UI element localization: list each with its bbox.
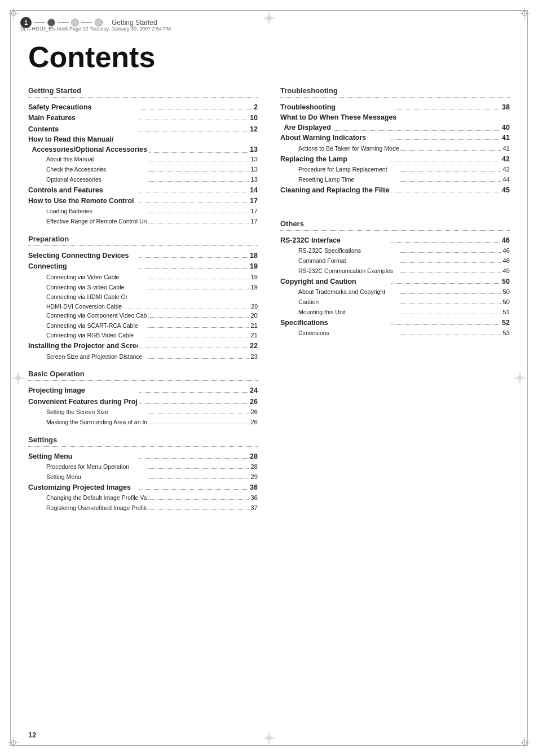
- content-area: Contents Getting Started Safety Precauti…: [28, 42, 510, 722]
- toc-entry-customizing: Customizing Projected Images 36: [28, 482, 258, 493]
- toc-entry-default-profile: Changing the Default Image Profile Value…: [28, 493, 258, 503]
- toc-entry-trademarks: About Trademarks and Copyright 50: [280, 287, 510, 297]
- toc-entry-controls: Controls and Features 14: [28, 185, 258, 196]
- page-title: Contents: [28, 42, 510, 72]
- toc-entry-replacing-lamp: Replacing the Lamp 42: [280, 154, 510, 165]
- page-number: 12: [28, 731, 36, 739]
- section-divider-basic-operation: [28, 380, 258, 381]
- toc-entry-warning-mode: Actions to Be Taken for Warning Mode 41: [280, 144, 510, 154]
- toc-entry-rs232c-examples: RS-232C Communication Examples 49: [280, 266, 510, 276]
- step-dot-3: [95, 19, 103, 27]
- toc-entry-contents: Contents 12: [28, 124, 258, 135]
- toc-entry-safety: Safety Precautions 2: [28, 102, 258, 113]
- section-header-getting-started: Getting Started: [28, 86, 258, 95]
- toc-entry-messages: What to Do When These Messages Are Displ…: [280, 113, 510, 133]
- section-header-others: Others: [280, 219, 510, 228]
- corner-br-icon: [519, 737, 530, 748]
- toc-entry-remote: How to Use the Remote Control 17: [28, 196, 258, 206]
- toc-entry-rs232c-specs: RS-232C Specifications 46: [280, 246, 510, 256]
- section-divider-preparation: [28, 245, 258, 246]
- toc-entry-video-cable: Connecting via Video Cable 19: [28, 272, 258, 283]
- step-dot-2: [71, 19, 79, 27]
- toc-entry-convenient-features: Convenient Features during Projection 26: [28, 397, 258, 407]
- right-column: Troubleshooting Troubleshooting 38 What …: [280, 83, 510, 513]
- center-left-mark: [12, 372, 24, 384]
- section-header-settings: Settings: [28, 436, 258, 444]
- center-bottom-mark: [263, 732, 275, 744]
- toc-entry-projecting: Projecting Image 24: [28, 385, 258, 396]
- toc-entry-installing: Installing the Projector and Screen 22: [28, 341, 258, 351]
- step-dot-1: [47, 19, 55, 27]
- toc-entry-how-to-read: How to Read this Manual/ Accessories/Opt…: [28, 135, 258, 155]
- step-line-2: [58, 22, 69, 23]
- toc-entry-screen-size: Screen Size and Projection Distance 23: [28, 352, 258, 362]
- toc-entry-caution: Caution 50: [280, 297, 510, 307]
- toc-entry-command-format: Command Format 46: [280, 256, 510, 266]
- toc-entry-setting-screen: Setting the Screen Size 26: [28, 407, 258, 417]
- toc-entry-setting-menu-sub: Setting Menu 29: [28, 472, 258, 482]
- section-header-preparation: Preparation: [28, 235, 258, 243]
- toc-entry-optional-acc: Optional Accessories 13: [28, 175, 258, 185]
- file-info: DLA-HD1D_EN.book Page 12 Tuesday, Januar…: [20, 26, 171, 32]
- toc-entry-scart-cable: Connecting via SCART-RCA Cable 21: [28, 321, 258, 331]
- toc-entry-warning-indicators: About Warning Indicators 41: [280, 133, 510, 143]
- toc-entry-hdmi-cable: Connecting via HDMI Cable Or HDMI-DVI Co…: [28, 292, 258, 311]
- toc-entry-connecting: Connecting 19: [28, 261, 258, 272]
- toc-entry-lamp-time: Resetting Lamp Time 44: [280, 175, 510, 185]
- toc-entry-svideo-cable: Connecting via S-video Cable 19: [28, 283, 258, 293]
- step-line: [34, 22, 45, 23]
- corner-tl-icon: [8, 8, 19, 19]
- toc-entry-about-manual: About this Manual 13: [28, 155, 258, 165]
- left-column: Getting Started Safety Precautions 2 Mai…: [28, 83, 258, 513]
- toc-entry-registering-profiles: Registering User-defined Image Profiles …: [28, 503, 258, 513]
- toc-entry-setting-menu: Setting Menu 28: [28, 451, 258, 462]
- toc-entry-masking: Masking the Surrounding Area of an Image…: [28, 417, 258, 428]
- toc-entry-rgb-cable: Connecting via RGB Video Cable 21: [28, 331, 258, 341]
- section-divider-others: [280, 230, 510, 231]
- toc-entry-dimensions: Dimensions 53: [280, 328, 510, 339]
- toc-entry-rs232c: RS-232C Interface 46: [280, 235, 510, 246]
- toc-columns: Getting Started Safety Precautions 2 Mai…: [28, 83, 510, 513]
- section-divider-troubleshooting: [280, 97, 510, 98]
- toc-entry-troubleshooting: Troubleshooting 38: [280, 102, 510, 113]
- corner-tr-icon: [519, 8, 530, 19]
- toc-entry-selecting-devices: Selecting Connecting Devices 18: [28, 250, 258, 261]
- section-header-basic-operation: Basic Operation: [28, 370, 258, 378]
- corner-bl-icon: [8, 737, 19, 748]
- toc-entry-lamp-procedure: Procedure for Lamp Replacement 42: [280, 165, 510, 175]
- toc-entry-range: Effective Range of Remote Control Unit 1…: [28, 217, 258, 227]
- toc-entry-component-cable: Connecting via Component Video Cable 20: [28, 311, 258, 321]
- toc-entry-menu-procedures: Procedures for Menu Operation 28: [28, 462, 258, 472]
- section-divider-settings: [28, 446, 258, 447]
- toc-entry-batteries: Loading Batteries 17: [28, 206, 258, 217]
- toc-entry-mounting: Mounting this Unit 51: [280, 307, 510, 318]
- toc-entry-cleaning-filter: Cleaning and Replacing the Filter 45: [280, 185, 510, 196]
- section-header-troubleshooting: Troubleshooting: [280, 86, 510, 95]
- step-line-3: [81, 22, 92, 23]
- section-divider-getting-started: [28, 97, 258, 98]
- toc-entry-copyright: Copyright and Caution 50: [280, 276, 510, 287]
- page: 1 Getting Started DLA-HD1D_EN.book Page …: [0, 0, 538, 756]
- center-top-mark: [263, 12, 275, 24]
- header-label: Getting Started: [112, 19, 157, 27]
- toc-entry-main-features: Main Features 10: [28, 113, 258, 124]
- toc-entry-check-acc: Check the Accessories 13: [28, 165, 258, 175]
- center-right-mark: [514, 372, 526, 384]
- toc-entry-specifications: Specifications 52: [280, 318, 510, 328]
